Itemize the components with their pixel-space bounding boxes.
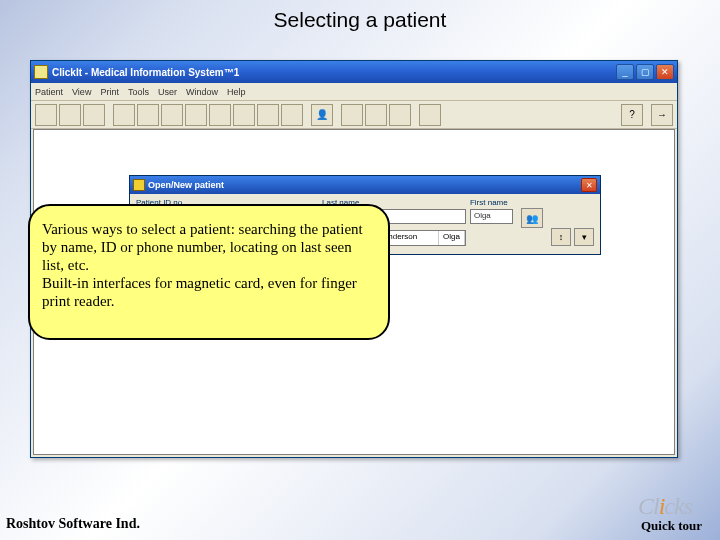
- tool-15[interactable]: [419, 104, 441, 126]
- footer-company: Roshtov Software Ind.: [6, 516, 140, 532]
- tool-9[interactable]: [233, 104, 255, 126]
- dialog-close-button[interactable]: ✕: [581, 178, 597, 192]
- people-button[interactable]: 👥: [521, 208, 543, 228]
- menu-window[interactable]: Window: [186, 87, 218, 97]
- window-buttons: _ ▢ ✕: [616, 64, 674, 80]
- menu-tools[interactable]: Tools: [128, 87, 149, 97]
- tool-14[interactable]: [389, 104, 411, 126]
- tool-8[interactable]: [209, 104, 231, 126]
- titlebar: ClickIt - Medical Information System™1 _…: [31, 61, 677, 83]
- callout-text-2: Built-in interfaces for magnetic card, e…: [42, 274, 376, 310]
- firstname-input[interactable]: Olga: [470, 209, 513, 224]
- tool-13[interactable]: [365, 104, 387, 126]
- menu-user[interactable]: User: [158, 87, 177, 97]
- close-button[interactable]: ✕: [656, 64, 674, 80]
- menu-view[interactable]: View: [72, 87, 91, 97]
- menu-help[interactable]: Help: [227, 87, 246, 97]
- maximize-button[interactable]: ▢: [636, 64, 654, 80]
- tool-1[interactable]: [35, 104, 57, 126]
- callout-text-1: Various ways to select a patient: search…: [42, 220, 376, 274]
- brand-logo: Clicks: [638, 493, 692, 520]
- firstname-label: First name: [470, 198, 513, 207]
- menu-patient[interactable]: Patient: [35, 87, 63, 97]
- tool-ok-icon[interactable]: 👤: [311, 104, 333, 126]
- help-button[interactable]: ?: [621, 104, 643, 126]
- app-icon: [34, 65, 48, 79]
- tool-10[interactable]: [257, 104, 279, 126]
- tool-7[interactable]: [185, 104, 207, 126]
- tool-5[interactable]: [137, 104, 159, 126]
- sort-button[interactable]: ↕: [551, 228, 571, 246]
- tool-2[interactable]: [59, 104, 81, 126]
- tool-12[interactable]: [341, 104, 363, 126]
- menubar: Patient View Print Tools User Window Hel…: [31, 83, 677, 101]
- dialog-title: Open/New patient: [148, 180, 581, 190]
- tool-6[interactable]: [161, 104, 183, 126]
- dropdown-button[interactable]: ▾: [574, 228, 594, 246]
- menu-print[interactable]: Print: [100, 87, 119, 97]
- callout: Various ways to select a patient: search…: [28, 204, 390, 340]
- exit-button[interactable]: →: [651, 104, 673, 126]
- slide-title: Selecting a patient: [0, 0, 720, 32]
- tool-3[interactable]: [83, 104, 105, 126]
- tool-4[interactable]: [113, 104, 135, 126]
- minimize-button[interactable]: _: [616, 64, 634, 80]
- row-first: Olga: [439, 231, 465, 245]
- titlebar-text: ClickIt - Medical Information System™1: [52, 67, 616, 78]
- dialog-icon: [133, 179, 145, 191]
- dialog-titlebar: Open/New patient ✕: [130, 176, 600, 194]
- tool-11[interactable]: [281, 104, 303, 126]
- toolbar: 👤 ? →: [31, 101, 677, 129]
- footer-tour: Quick tour: [641, 518, 702, 534]
